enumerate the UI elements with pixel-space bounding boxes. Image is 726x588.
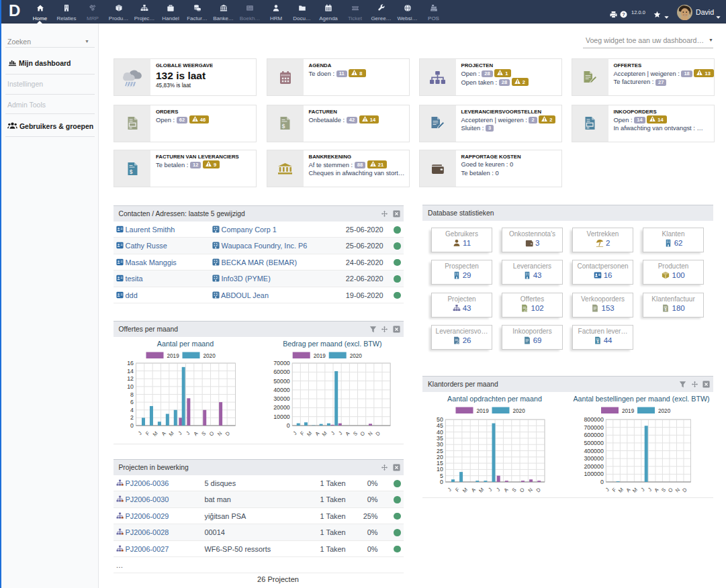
svg-text:J: J <box>639 487 645 493</box>
svg-text:50000: 50000 <box>273 378 290 385</box>
svg-text:S: S <box>511 487 518 493</box>
svg-text:10: 10 <box>127 383 134 390</box>
svg-text:16: 16 <box>127 360 134 366</box>
svg-text:2: 2 <box>130 414 134 421</box>
svg-text:0: 0 <box>286 422 289 429</box>
svg-text:10000: 10000 <box>273 413 290 420</box>
svg-text:O: O <box>359 430 366 438</box>
svg-text:0: 0 <box>130 422 134 429</box>
svg-text:70000: 70000 <box>273 360 290 366</box>
svg-text:4: 4 <box>130 407 134 413</box>
svg-text:J: J <box>136 430 142 436</box>
svg-text:50: 50 <box>437 416 443 423</box>
svg-text:A: A <box>160 430 167 437</box>
svg-text:M: M <box>631 487 639 494</box>
svg-text:N: N <box>674 487 681 493</box>
svg-text:2019: 2019 <box>622 408 635 414</box>
svg-text:M: M <box>478 487 485 494</box>
svg-text:300000: 300000 <box>584 455 603 462</box>
svg-text:$: $ <box>129 168 132 175</box>
svg-text:J: J <box>337 430 343 436</box>
svg-text:J: J <box>604 487 610 493</box>
svg-text:30000: 30000 <box>273 395 290 402</box>
svg-text:0: 0 <box>600 479 604 485</box>
svg-text:N: N <box>527 487 534 493</box>
svg-text:20000: 20000 <box>273 404 290 411</box>
svg-text:14: 14 <box>127 368 134 375</box>
svg-text:A: A <box>653 486 661 493</box>
svg-text:D: D <box>224 430 231 438</box>
svg-text:100000: 100000 <box>584 471 603 477</box>
svg-text:M: M <box>167 430 175 438</box>
svg-text:J: J <box>291 430 298 436</box>
svg-text:A: A <box>503 486 510 493</box>
svg-text:2020: 2020 <box>658 408 671 414</box>
svg-text:A: A <box>344 430 351 437</box>
svg-text:$: $ <box>665 308 667 311</box>
svg-text:8: 8 <box>130 391 134 398</box>
svg-text:$: $ <box>596 340 598 344</box>
svg-text:D: D <box>681 487 688 494</box>
svg-text:2020: 2020 <box>349 353 362 359</box>
svg-text:12: 12 <box>127 375 134 382</box>
svg-text:5: 5 <box>440 473 443 479</box>
svg-text:15: 15 <box>437 460 443 467</box>
svg-text:700000: 700000 <box>584 424 603 431</box>
svg-text:Aantal per maand: Aantal per maand <box>156 340 213 348</box>
svg-text:N: N <box>216 430 222 437</box>
svg-text:M: M <box>306 430 313 438</box>
svg-text:500000: 500000 <box>584 440 603 446</box>
svg-text:J: J <box>447 487 453 493</box>
svg-text:O: O <box>667 487 674 494</box>
svg-text:2019: 2019 <box>167 353 179 359</box>
svg-text:J: J <box>177 430 183 436</box>
svg-text:F: F <box>299 430 306 437</box>
svg-text:J: J <box>495 487 501 493</box>
svg-text:O: O <box>518 487 526 494</box>
svg-text:$: $ <box>282 123 285 130</box>
svg-text:M: M <box>151 430 158 438</box>
svg-text:Aantal opdrachten per maand: Aantal opdrachten per maand <box>447 395 542 403</box>
svg-text:A: A <box>470 486 478 493</box>
svg-text:J: J <box>329 430 335 436</box>
svg-text:30: 30 <box>437 441 443 448</box>
svg-text:S: S <box>200 430 207 437</box>
svg-text:800000: 800000 <box>584 416 603 423</box>
svg-text:J: J <box>185 430 191 436</box>
svg-text:F: F <box>144 430 151 437</box>
svg-text:400000: 400000 <box>584 448 603 454</box>
svg-text:60000: 60000 <box>273 369 290 375</box>
svg-text:10: 10 <box>437 466 443 473</box>
svg-text:D: D <box>374 430 381 438</box>
svg-text:J: J <box>647 487 653 493</box>
svg-text:M: M <box>320 430 328 438</box>
svg-text:J: J <box>487 487 493 493</box>
svg-text:N: N <box>367 430 373 437</box>
svg-text:2020: 2020 <box>203 353 216 359</box>
svg-text:600000: 600000 <box>584 432 603 438</box>
svg-text:S: S <box>351 430 358 437</box>
svg-text:40000: 40000 <box>273 387 290 393</box>
svg-text:A: A <box>192 430 199 437</box>
svg-text:2019: 2019 <box>477 408 490 414</box>
svg-text:Bedrag per maand (excl. BTW): Bedrag per maand (excl. BTW) <box>283 340 381 348</box>
svg-text:M: M <box>617 487 625 494</box>
svg-text:200000: 200000 <box>584 463 603 470</box>
svg-text:O: O <box>208 430 215 438</box>
svg-text:?: ? <box>622 11 625 17</box>
svg-text:Aantal bestellingen per maand: Aantal bestellingen per maand (excl. BTW… <box>573 395 709 403</box>
svg-text:D: D <box>535 487 543 494</box>
svg-text:M: M <box>461 487 469 494</box>
svg-text:2019: 2019 <box>313 353 326 359</box>
svg-text:40: 40 <box>437 429 443 436</box>
svg-text:6: 6 <box>130 399 134 405</box>
svg-text:F: F <box>454 487 461 493</box>
svg-text:45: 45 <box>437 422 443 429</box>
svg-text:S: S <box>660 487 667 493</box>
svg-text:35: 35 <box>437 435 443 442</box>
svg-text:0: 0 <box>440 479 443 485</box>
svg-text:25: 25 <box>437 448 443 454</box>
svg-text:20: 20 <box>437 454 443 460</box>
svg-text:A: A <box>314 430 321 437</box>
svg-text:2020: 2020 <box>513 408 526 414</box>
